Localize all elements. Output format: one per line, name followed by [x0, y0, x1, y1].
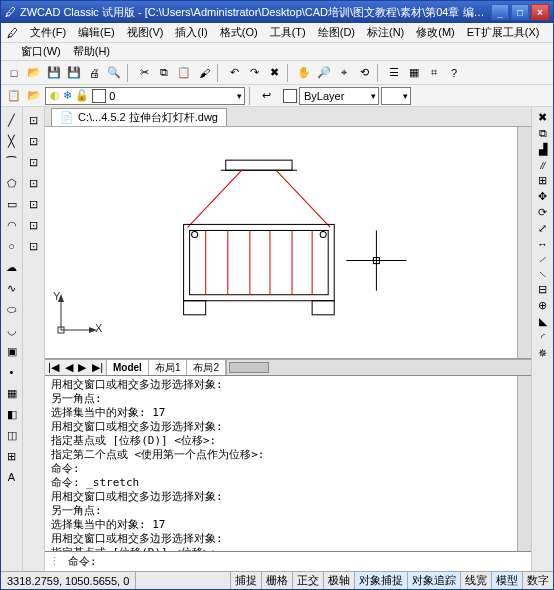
xline-icon[interactable]: ╳	[3, 132, 21, 150]
menu-draw[interactable]: 绘图(D)	[312, 23, 361, 42]
menu-dim[interactable]: 标注(N)	[361, 23, 410, 42]
ellipse-icon[interactable]: ⬭	[3, 300, 21, 318]
region-icon[interactable]: ◫	[3, 426, 21, 444]
minimize-button[interactable]: _	[491, 4, 509, 20]
join-icon[interactable]: ⊕	[538, 299, 547, 312]
move-icon[interactable]: ✥	[538, 190, 547, 203]
menu-insert[interactable]: 插入(I)	[169, 23, 213, 42]
ellipsearc-icon[interactable]: ◡	[3, 321, 21, 339]
title-bar[interactable]: 🖊 ZWCAD Classic 试用版 - [C:\Users\Administ…	[1, 1, 553, 23]
paste-icon[interactable]: 📋	[175, 64, 193, 82]
app-menu-icon[interactable]: 🖊	[7, 27, 18, 39]
status-mode-线宽[interactable]: 线宽	[460, 572, 491, 589]
explode-icon[interactable]: ✵	[538, 347, 547, 360]
menu-et[interactable]: ET扩展工具(X)	[461, 23, 546, 42]
status-mode-模型[interactable]: 模型	[491, 572, 522, 589]
layer-states-button[interactable]: 📂	[25, 87, 43, 105]
zoom-icon[interactable]: 🔎	[315, 64, 333, 82]
point-icon[interactable]: •	[3, 363, 21, 381]
id-icon[interactable]: ⊡	[25, 195, 43, 213]
new-icon[interactable]: □	[5, 64, 23, 82]
qcalc-icon[interactable]: ⊡	[25, 237, 43, 255]
layer-prev-button[interactable]: ↩	[257, 87, 275, 105]
undo-icon[interactable]: ↶	[225, 64, 243, 82]
save-icon[interactable]: 💾	[45, 64, 63, 82]
match-icon[interactable]: 🖌	[195, 64, 213, 82]
status-mode-极轴[interactable]: 极轴	[323, 572, 354, 589]
sheet-tab-model[interactable]: Model	[107, 360, 149, 375]
revcloud-icon[interactable]: ☁	[3, 258, 21, 276]
list-icon[interactable]: ⊡	[25, 174, 43, 192]
calc-icon[interactable]: ⌗	[425, 64, 443, 82]
close-button[interactable]: ×	[531, 4, 549, 20]
maximize-button[interactable]: □	[511, 4, 529, 20]
command-input[interactable]	[101, 555, 531, 568]
erase-icon[interactable]: ✖	[265, 64, 283, 82]
copy2-icon[interactable]: ⧉	[539, 127, 547, 140]
sheet-first-button[interactable]: |◀	[48, 361, 59, 374]
spline-icon[interactable]: ∿	[3, 279, 21, 297]
menu-file[interactable]: 文件(F)	[24, 23, 72, 42]
linetype-selector[interactable]	[381, 87, 411, 105]
chamfer-icon[interactable]: ◣	[539, 315, 547, 328]
block-icon[interactable]: ▣	[3, 342, 21, 360]
status-mode-数字[interactable]: 数字	[522, 572, 553, 589]
status-mode-对象追踪[interactable]: 对象追踪	[407, 572, 460, 589]
menu-window[interactable]: 窗口(W)	[21, 44, 61, 59]
fillet-icon[interactable]: ◜	[541, 331, 545, 344]
sheet-tab-layout2[interactable]: 布局2	[187, 360, 226, 375]
sheet-tab-layout1[interactable]: 布局1	[149, 360, 188, 375]
preview-icon[interactable]: 🔍	[105, 64, 123, 82]
array-icon[interactable]: ⊞	[538, 174, 547, 187]
status-mode-正交[interactable]: 正交	[292, 572, 323, 589]
zoomprev-icon[interactable]: ⟲	[355, 64, 373, 82]
dist-icon[interactable]: ⊡	[25, 111, 43, 129]
line-icon[interactable]: ╱	[3, 111, 21, 129]
h-scroll-thumb[interactable]	[229, 362, 269, 373]
circle-icon[interactable]: ○	[3, 237, 21, 255]
canvas-v-scrollbar[interactable]	[517, 127, 531, 358]
menu-tools[interactable]: 工具(T)	[264, 23, 312, 42]
gradient-icon[interactable]: ◧	[3, 405, 21, 423]
menu-format[interactable]: 格式(O)	[214, 23, 264, 42]
pline-icon[interactable]: ⁀	[3, 153, 21, 171]
status-coords[interactable]: 3318.2759, 1050.5655, 0	[1, 572, 136, 589]
plot-icon[interactable]: 🖨	[85, 64, 103, 82]
offset-icon[interactable]: ⫽	[537, 159, 548, 171]
text-icon[interactable]: A	[3, 468, 21, 486]
massprop-icon[interactable]: ⊡	[25, 153, 43, 171]
menu-view[interactable]: 视图(V)	[121, 23, 170, 42]
hatch-icon[interactable]: ▦	[3, 384, 21, 402]
current-color-swatch[interactable]	[283, 89, 297, 103]
drawing-canvas[interactable]: Y X	[45, 127, 517, 358]
document-tab[interactable]: 📄 C:\...4.5.2 拉伸台灯灯杆.dwg	[51, 108, 227, 126]
layer-selector[interactable]: ◐ ❄ 🔓 0	[45, 87, 245, 105]
area-icon[interactable]: ⊡	[25, 132, 43, 150]
menu-help[interactable]: 帮助(H)	[73, 44, 110, 59]
canvas-h-scrollbar[interactable]	[227, 360, 531, 375]
help-icon[interactable]: ?	[445, 64, 463, 82]
rect-icon[interactable]: ▭	[3, 195, 21, 213]
command-log[interactable]: 用相交窗口或相交多边形选择对象: 另一角点: 选择集当中的对象: 17 用相交窗…	[45, 376, 517, 551]
menu-edit[interactable]: 编辑(E)	[72, 23, 121, 42]
break-icon[interactable]: ⊟	[538, 283, 547, 296]
command-grip-icon[interactable]: ⋮	[45, 555, 64, 568]
layer-manager-button[interactable]: 📋	[5, 87, 23, 105]
open-icon[interactable]: 📂	[25, 64, 43, 82]
trim-icon[interactable]: ⟋	[537, 253, 548, 265]
pan-icon[interactable]: ✋	[295, 64, 313, 82]
designcenter-icon[interactable]: ▦	[405, 64, 423, 82]
polygon-icon[interactable]: ⬠	[3, 174, 21, 192]
sheet-last-button[interactable]: ▶|	[92, 361, 103, 374]
arc-icon[interactable]: ◠	[3, 216, 21, 234]
status-mode-捕捉[interactable]: 捕捉	[230, 572, 261, 589]
zoomwin-icon[interactable]: ⌖	[335, 64, 353, 82]
status-mode-对象捕捉[interactable]: 对象捕捉	[354, 572, 407, 589]
color-selector[interactable]: ByLayer	[299, 87, 379, 105]
saveall-icon[interactable]: 💾	[65, 64, 83, 82]
props-icon[interactable]: ☰	[385, 64, 403, 82]
qselect-icon[interactable]: ⊡	[25, 216, 43, 234]
command-v-scrollbar[interactable]	[517, 376, 531, 551]
sheet-next-button[interactable]: ▶	[78, 361, 86, 374]
cut-icon[interactable]: ✂	[135, 64, 153, 82]
